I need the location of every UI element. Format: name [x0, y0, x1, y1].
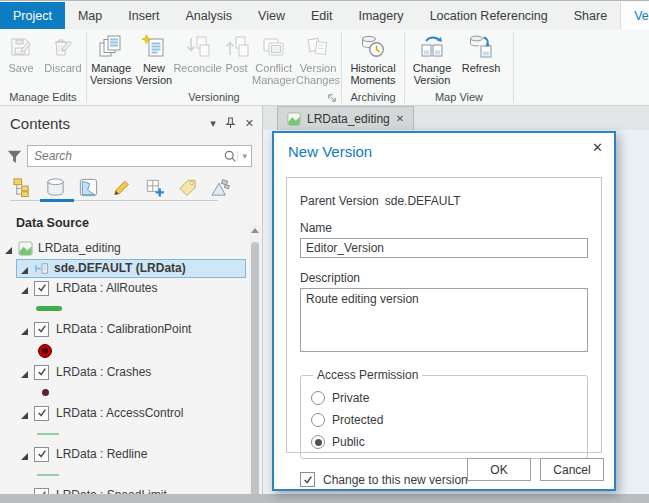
cancel-button[interactable]: Cancel: [540, 458, 604, 481]
radio-protected[interactable]: Protected: [311, 413, 577, 427]
list-by-perspective-icon[interactable]: [208, 176, 232, 198]
list-by-selection-icon[interactable]: [76, 176, 100, 198]
expand-arrow-icon[interactable]: [20, 409, 29, 418]
discard-label: Discard: [44, 62, 81, 74]
radio-label: Private: [332, 391, 369, 405]
search-options-dropdown-icon[interactable]: ▾: [237, 151, 251, 161]
radio-button-selected-icon[interactable]: [311, 435, 325, 449]
map-document-tab[interactable]: LRData_editing ✕: [277, 106, 414, 130]
layer-visibility-checkbox[interactable]: [34, 281, 49, 296]
layer-visibility-checkbox[interactable]: [34, 365, 49, 380]
description-field[interactable]: Route editing version: [300, 288, 588, 352]
point-symbol-red[interactable]: [38, 344, 52, 358]
tree-row-layer[interactable]: LRData : Redline: [0, 444, 262, 464]
tab-project[interactable]: Project: [0, 2, 65, 29]
ok-button[interactable]: OK: [467, 458, 531, 481]
arcgis-pro-window: Project Map Insert Analysis View Edit Im…: [0, 0, 649, 503]
tree-row-layer[interactable]: LRData : Crashes: [0, 362, 262, 382]
post-label: Post: [226, 62, 248, 74]
dialog-close-icon[interactable]: ✕: [592, 140, 603, 155]
tree-row-layer[interactable]: LRData : AccessControl: [0, 403, 262, 423]
conflict-manager-button[interactable]: Conflict Manager: [251, 31, 296, 86]
tree-label: LRData : AllRoutes: [56, 281, 157, 295]
panel-title: Contents: [10, 115, 210, 132]
manage-versions-button[interactable]: Manage Versions: [88, 31, 134, 86]
save-button[interactable]: Save: [1, 31, 41, 74]
version-changes-button[interactable]: Version Changes: [296, 31, 340, 86]
version-changes-label: Version Changes: [296, 62, 340, 86]
historical-moments-button[interactable]: Historical Moments: [344, 31, 402, 86]
name-field[interactable]: [300, 238, 588, 258]
expand-arrow-icon[interactable]: [20, 368, 29, 377]
tab-versioning[interactable]: Versioning: [620, 2, 649, 29]
versioning-dialog-launcher-icon[interactable]: [327, 93, 337, 103]
version-connection-icon: [34, 261, 49, 276]
radio-public[interactable]: Public: [311, 435, 577, 449]
layer-visibility-checkbox[interactable]: [34, 447, 49, 462]
ribbon: Save Discard Manage Edits Manage Vers: [0, 29, 649, 106]
pin-icon[interactable]: [225, 117, 236, 129]
new-version-dialog: New Version ✕ Parent Version sde.DEFAULT…: [272, 131, 616, 491]
tab-edit[interactable]: Edit: [298, 2, 346, 29]
change-version-icon: [419, 32, 445, 62]
panel-close-icon[interactable]: ✕: [245, 118, 254, 129]
tab-close-icon[interactable]: ✕: [396, 113, 404, 124]
scrollbar-thumb[interactable]: [251, 242, 259, 496]
group-label-manage-edits: Manage Edits: [0, 90, 86, 105]
tab-share[interactable]: Share: [561, 2, 620, 29]
search-icon[interactable]: [223, 149, 237, 163]
tab-view[interactable]: View: [245, 2, 298, 29]
checkbox-checked-icon[interactable]: [300, 472, 315, 487]
refresh-button[interactable]: Refresh: [458, 31, 504, 74]
tree-row-layer[interactable]: LRData : CalibrationPoint: [0, 319, 262, 339]
tab-insert[interactable]: Insert: [115, 2, 172, 29]
tree-row-layer[interactable]: LRData : AllRoutes: [0, 278, 262, 298]
tab-analysis[interactable]: Analysis: [173, 2, 246, 29]
document-tab-bar: LRData_editing ✕: [263, 106, 649, 131]
point-symbol-maroon[interactable]: [42, 389, 49, 396]
line-symbol-pale-green[interactable]: [37, 433, 59, 435]
line-symbol-pale-green[interactable]: [37, 474, 59, 476]
expand-arrow-icon[interactable]: [20, 325, 29, 334]
panel-menu-dropdown-icon[interactable]: ▾: [210, 118, 216, 129]
post-button[interactable]: Post: [222, 31, 252, 74]
list-by-drawing-order-icon[interactable]: [10, 176, 34, 198]
tree-row-map[interactable]: LRData_editing: [0, 238, 262, 258]
radio-button-icon[interactable]: [311, 391, 325, 405]
tab-map[interactable]: Map: [65, 2, 115, 29]
new-version-button[interactable]: New Version: [134, 31, 173, 86]
scroll-up-icon[interactable]: [251, 228, 259, 233]
historical-moments-icon: [360, 32, 386, 62]
radio-private[interactable]: Private: [311, 391, 577, 405]
map-icon: [18, 241, 33, 256]
list-by-labeling-icon[interactable]: [175, 176, 199, 198]
layer-visibility-checkbox[interactable]: [34, 322, 49, 337]
refresh-icon: [468, 32, 494, 62]
expand-arrow-icon[interactable]: [4, 244, 13, 253]
layer-visibility-checkbox[interactable]: [34, 406, 49, 421]
tree-label: LRData : Crashes: [56, 365, 151, 379]
line-symbol-green[interactable]: [36, 306, 62, 311]
tab-imagery[interactable]: Imagery: [345, 2, 416, 29]
change-version-button[interactable]: Change Version: [406, 31, 458, 86]
post-icon: [224, 32, 250, 62]
ribbon-tab-bar: Project Map Insert Analysis View Edit Im…: [0, 2, 649, 29]
filter-icon[interactable]: [6, 148, 23, 165]
conflict-manager-icon: [261, 32, 287, 62]
expand-arrow-icon[interactable]: [20, 264, 29, 273]
list-by-editing-icon[interactable]: [109, 176, 133, 198]
expand-arrow-icon[interactable]: [20, 284, 29, 293]
name-label: Name: [300, 221, 588, 235]
expand-arrow-icon[interactable]: [20, 450, 29, 459]
search-input[interactable]: [28, 149, 223, 163]
discard-button[interactable]: Discard: [41, 31, 85, 74]
list-by-snapping-icon[interactable]: [142, 176, 166, 198]
refresh-label: Refresh: [462, 62, 501, 74]
reconcile-button[interactable]: Reconcile: [173, 31, 221, 74]
tree-row-version[interactable]: sde.DEFAULT (LRData): [0, 258, 262, 278]
group-label-versioning: Versioning: [87, 90, 341, 105]
contents-scrollbar[interactable]: [249, 224, 261, 502]
list-by-data-source-icon[interactable]: [43, 176, 67, 198]
tab-location-referencing[interactable]: Location Referencing: [417, 2, 561, 29]
radio-button-icon[interactable]: [311, 413, 325, 427]
